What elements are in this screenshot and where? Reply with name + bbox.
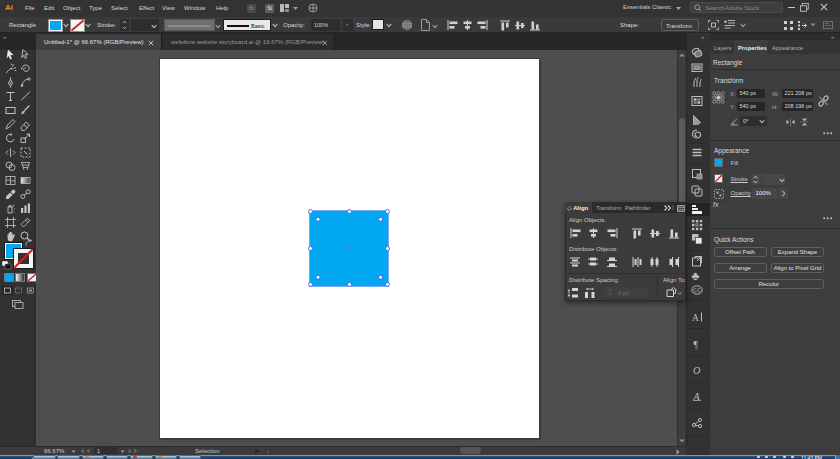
svg-text:♣: ♣ <box>692 269 700 283</box>
svg-text:¶: ¶ <box>694 339 699 349</box>
svg-text:O: O <box>693 365 700 376</box>
svg-text:A: A <box>693 390 701 401</box>
svg-text:A: A <box>692 312 699 322</box>
